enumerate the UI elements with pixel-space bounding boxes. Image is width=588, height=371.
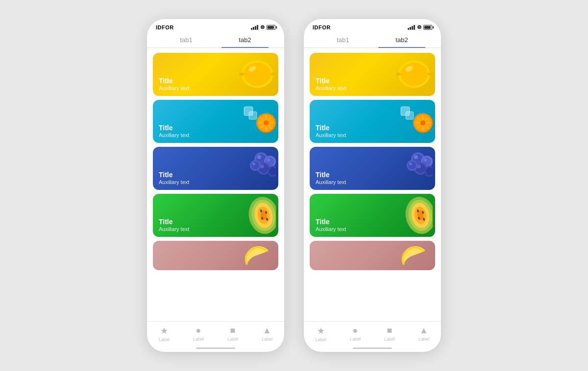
card-title-melon-1: Title [159, 218, 189, 226]
card-lemon-1[interactable]: Title Auxiliary text [153, 53, 278, 96]
svg-point-22 [260, 164, 264, 168]
card-text-orange-2: Title Auxiliary text [316, 124, 346, 138]
star-icon-1: ★ [160, 325, 168, 336]
home-indicator-1 [147, 344, 284, 352]
card-text-melon-2: Title Auxiliary text [316, 218, 346, 232]
card-aux-melon-1: Auxiliary text [159, 226, 189, 232]
card-title-melon-2: Title [316, 218, 346, 226]
svg-point-56 [424, 159, 427, 162]
svg-point-16 [257, 155, 261, 159]
svg-point-50 [420, 120, 425, 125]
card-banana-2[interactable] [310, 241, 435, 270]
svg-point-41 [427, 73, 432, 76]
card-title-blueberry-1: Title [159, 171, 189, 179]
card-lemon-2[interactable]: Title Auxiliary text [310, 53, 435, 96]
nav-label-square-2: Label [384, 337, 395, 342]
melon-svg-2 [384, 194, 433, 237]
nav-label-triangle-2: Label [418, 337, 429, 342]
signal-icon-1 [251, 25, 258, 30]
card-title-lemon-1: Title [159, 77, 189, 85]
card-orange-1[interactable]: Title Auxiliary text [153, 100, 278, 143]
svg-point-3 [239, 73, 244, 76]
nav-label-triangle-1: Label [262, 337, 272, 342]
card-blueberry-1[interactable]: Title Auxiliary text [153, 147, 278, 190]
nav-item-circle-2[interactable]: ● Label [350, 325, 361, 342]
card-banana-1[interactable] [153, 241, 278, 270]
card-orange-2[interactable]: Title Auxiliary text [310, 100, 435, 143]
phone-frame-2: IDFOR ⊜ tab1 tab2 [304, 19, 441, 352]
svg-point-38 [400, 63, 428, 86]
svg-point-25 [252, 162, 255, 165]
battery-icon-1 [267, 25, 275, 30]
card-aux-lemon-2: Auxiliary text [316, 85, 346, 91]
banana-svg-2 [393, 241, 433, 270]
status-bar-2: IDFOR ⊜ [304, 19, 441, 32]
card-aux-melon-2: Auxiliary text [316, 226, 346, 232]
svg-point-61 [408, 162, 416, 169]
nav-item-square-2[interactable]: ■ Label [384, 325, 395, 342]
svg-point-13 [264, 120, 269, 125]
svg-point-24 [251, 162, 259, 169]
svg-point-53 [414, 155, 418, 159]
status-bar-1: IDFOR ⊜ [147, 19, 284, 32]
tab2-2[interactable]: tab2 [372, 32, 431, 47]
svg-point-4 [270, 73, 275, 76]
card-text-blueberry-2: Title Auxiliary text [316, 171, 346, 185]
card-title-orange-2: Title [316, 124, 346, 132]
card-blueberry-2[interactable]: Title Auxiliary text [310, 147, 435, 190]
nav-item-triangle-2[interactable]: ▲ Label [418, 325, 429, 342]
card-melon-1[interactable]: Title Auxiliary text [153, 194, 278, 237]
lemon-svg-2 [396, 56, 433, 93]
home-bar-1 [196, 348, 235, 349]
square-icon-1: ■ [230, 325, 236, 336]
blueberry-svg-2 [384, 147, 433, 190]
bottom-nav-2: ★ Label ● Label ■ Label ▲ Label [304, 321, 441, 344]
svg-point-40 [396, 73, 401, 76]
tab1-2[interactable]: tab1 [314, 32, 372, 47]
orange-svg-2 [398, 104, 433, 139]
orange-svg-1 [242, 104, 276, 139]
tab2-1[interactable]: tab2 [216, 32, 274, 47]
nav-item-star-1[interactable]: ★ Label [159, 325, 170, 342]
card-aux-blueberry-2: Auxiliary text [316, 179, 346, 185]
phone-frame-1: IDFOR ⊜ tab1 tab2 [147, 19, 284, 352]
battery-icon-2 [423, 25, 432, 30]
blueberry-svg-1 [227, 147, 276, 190]
card-aux-orange-1: Auxiliary text [159, 132, 189, 138]
status-icons-2: ⊜ [408, 24, 432, 30]
triangle-icon-2: ▲ [419, 325, 428, 336]
bottom-nav-1: ★ Label ● Label ■ Label ▲ Label [147, 321, 284, 344]
nav-item-square-1[interactable]: ■ Label [227, 325, 238, 342]
tab1-1[interactable]: tab1 [157, 32, 216, 47]
card-melon-2[interactable]: Title Auxiliary text [310, 194, 435, 237]
card-title-orange-1: Title [159, 124, 189, 132]
page-wrapper: IDFOR ⊜ tab1 tab2 [147, 19, 441, 352]
card-text-lemon-2: Title Auxiliary text [316, 77, 346, 91]
tab-bar-1: tab1 tab2 [147, 32, 284, 48]
card-text-orange-1: Title Auxiliary text [159, 124, 189, 138]
card-text-lemon-1: Title Auxiliary text [159, 77, 189, 91]
nav-item-triangle-1[interactable]: ▲ Label [262, 325, 272, 342]
triangle-icon-1: ▲ [263, 325, 271, 336]
nav-label-circle-2: Label [350, 337, 361, 342]
nav-item-circle-1[interactable]: ● Label [193, 325, 204, 342]
circle-icon-1: ● [196, 325, 201, 336]
nav-label-star-2: Label [316, 337, 326, 342]
square-icon-2: ■ [387, 325, 392, 336]
card-title-blueberry-2: Title [316, 171, 346, 179]
lemon-svg-1 [239, 56, 276, 93]
brand-label-1: IDFOR [156, 24, 174, 30]
card-text-blueberry-1: Title Auxiliary text [159, 171, 189, 185]
card-aux-lemon-1: Auxiliary text [159, 85, 189, 91]
wifi-icon-2: ⊜ [417, 24, 421, 30]
scroll-area-1: Title Auxiliary text [147, 48, 284, 321]
nav-item-star-2[interactable]: ★ Label [316, 325, 326, 342]
svg-point-19 [267, 159, 270, 162]
melon-svg-1 [227, 194, 276, 237]
svg-point-1 [244, 63, 271, 86]
wifi-icon-1: ⊜ [260, 24, 265, 30]
nav-label-circle-1: Label [193, 337, 204, 342]
signal-icon-2 [408, 25, 415, 30]
svg-point-62 [409, 162, 412, 165]
svg-rect-6 [249, 112, 257, 119]
